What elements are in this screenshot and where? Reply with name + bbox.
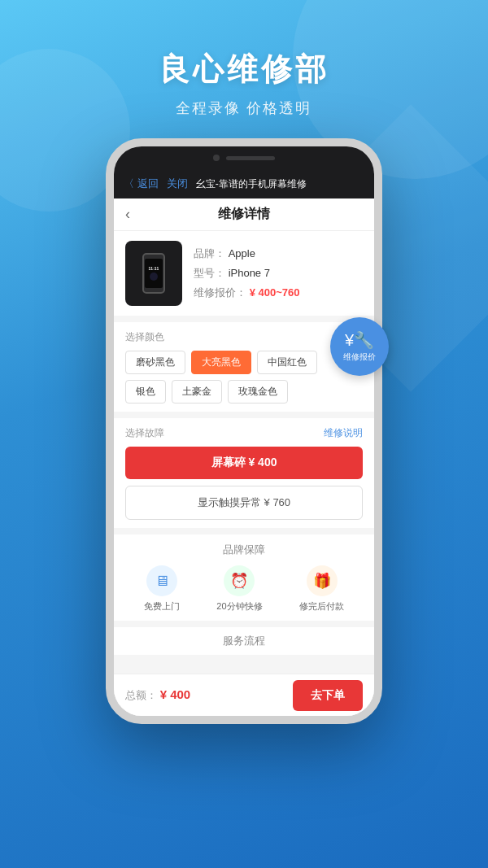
after-payment-icon: 🎁 — [307, 565, 338, 596]
color-btn-matte-black[interactable]: 磨砂黑色 — [125, 351, 185, 374]
color-btn-rose-gold[interactable]: 玫瑰金色 — [228, 380, 288, 403]
model-label: 型号： — [194, 267, 225, 279]
color-section-label: 选择颜色 — [125, 330, 363, 344]
phone-time: 11:11 — [149, 266, 159, 271]
product-section: 11:11 品牌： Apple 型号： iPhone 7 — [114, 231, 374, 316]
product-image: 11:11 — [125, 241, 182, 306]
product-phone-screen: 11:11 — [145, 259, 163, 288]
phone-content: ‹ 维修详情 11:11 品牌： Apple — [114, 198, 374, 716]
brand-label: 品牌： — [194, 247, 225, 260]
guarantee-item-payment: 🎁 修完后付款 — [299, 565, 344, 613]
fault-header: 选择故障 维修说明 — [125, 426, 363, 440]
total-label: 总额： ¥ 400 — [125, 687, 285, 703]
phone-camera — [213, 155, 220, 161]
guarantee-payment-label: 修完后付款 — [299, 600, 344, 613]
fast-repair-icon: ⏰ — [224, 565, 255, 596]
guarantee-item-door: 🖥 免费上门 — [144, 565, 180, 613]
color-btn-gold[interactable]: 土豪金 — [172, 380, 222, 403]
repair-instructions-link[interactable]: 维修说明 — [324, 426, 363, 440]
guarantee-title: 品牌保障 — [125, 543, 363, 557]
guarantee-fast-label: 20分钟快修 — [216, 600, 262, 613]
phone-home-indicator — [150, 273, 158, 281]
order-button[interactable]: 去下单 — [293, 680, 363, 711]
color-btn-silver[interactable]: 银色 — [125, 380, 166, 403]
phone-mockup: 〈 返回 关闭 幺宝-靠谱的手机屏幕维修 ‹ 维修详情 11:11 — [106, 138, 382, 724]
model-row: 型号： iPhone 7 — [194, 266, 299, 281]
fault-section-label: 选择故障 — [125, 426, 164, 440]
color-btn-jet-black[interactable]: 大亮黑色 — [191, 351, 251, 374]
float-repair-badge[interactable]: ¥🔧 维修报价 — [330, 317, 389, 376]
bottom-bar: 总额： ¥ 400 去下单 — [114, 674, 374, 716]
nav-back-button[interactable]: 〈 返回 — [124, 177, 159, 191]
phone-frame: 〈 返回 关闭 幺宝-靠谱的手机屏幕维修 ‹ 维修详情 11:11 — [106, 138, 382, 724]
phone-top-bar — [114, 146, 374, 169]
sub-title: 全程录像 价格透明 — [0, 98, 488, 118]
door-service-icon: 🖥 — [146, 565, 177, 596]
fault-btn-display-abnormal[interactable]: 显示触摸异常 ¥ 760 — [125, 486, 363, 520]
total-price: ¥ 400 — [160, 687, 191, 701]
guarantee-door-label: 免费上门 — [144, 600, 180, 613]
phone-speaker — [226, 156, 275, 160]
content-header: ‹ 维修详情 — [114, 198, 374, 231]
price-row: 维修报价： ¥ 400~760 — [194, 286, 299, 300]
fault-section: 选择故障 维修说明 屏幕碎 ¥ 400 显示触摸异常 ¥ 760 — [114, 418, 374, 528]
phone-nav-bar: 〈 返回 关闭 幺宝-靠谱的手机屏幕维修 — [114, 169, 374, 198]
brand-value: Apple — [229, 247, 255, 260]
nav-title-text: 幺宝-靠谱的手机屏幕维修 — [196, 177, 307, 191]
color-btn-red[interactable]: 中国红色 — [257, 351, 317, 374]
service-section: 服务流程 — [114, 627, 374, 655]
guarantee-section: 品牌保障 🖥 免费上门 ⏰ 20分钟快修 🎁 修完后付款 — [114, 534, 374, 621]
service-title: 服务流程 — [125, 634, 363, 648]
repair-price-label: 维修报价 — [343, 351, 376, 363]
main-title: 良心维修部 — [0, 49, 488, 90]
color-grid: 磨砂黑色 大亮黑色 中国红色 银色 土豪金 玫瑰金色 — [125, 351, 363, 403]
brand-row: 品牌： Apple — [194, 246, 299, 261]
repair-price-icon: ¥🔧 — [345, 330, 374, 350]
model-value: iPhone 7 — [229, 267, 270, 279]
total-text: 总额： — [125, 689, 157, 701]
content-back-icon[interactable]: ‹ — [125, 206, 130, 223]
fault-btn-broken-screen[interactable]: 屏幕碎 ¥ 400 — [125, 447, 363, 479]
product-details: 品牌： Apple 型号： iPhone 7 维修报价： ¥ 400~760 — [194, 241, 299, 306]
content-page-title: 维修详情 — [218, 206, 270, 223]
product-phone-icon: 11:11 — [142, 253, 165, 294]
price-value: ¥ 400~760 — [250, 286, 300, 299]
price-label: 维修报价： — [194, 286, 246, 299]
nav-close-button[interactable]: 关闭 — [167, 177, 188, 191]
header-area: 良心维修部 全程录像 价格透明 — [0, 0, 488, 118]
guarantee-item-fast: ⏰ 20分钟快修 — [216, 565, 262, 613]
guarantee-items: 🖥 免费上门 ⏰ 20分钟快修 🎁 修完后付款 — [125, 565, 363, 613]
